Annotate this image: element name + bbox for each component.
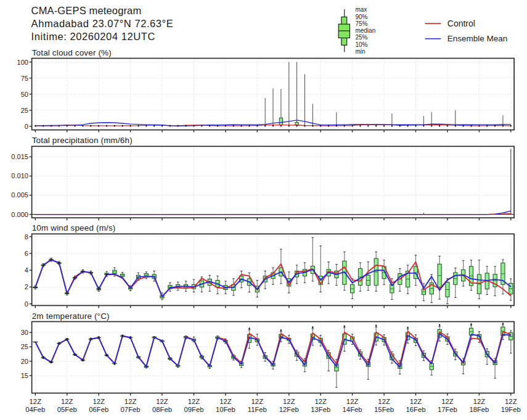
svg-text:50: 50: [21, 91, 28, 98]
svg-text:10Feb: 10Feb: [216, 406, 235, 413]
svg-text:0: 0: [25, 300, 28, 308]
svg-text:12Z: 12Z: [188, 398, 200, 405]
svg-text:Initime: 20260204 12UTC: Initime: 20260204 12UTC: [31, 31, 155, 42]
svg-text:30: 30: [21, 329, 28, 336]
svg-text:90%: 90%: [355, 14, 367, 20]
svg-text:6: 6: [25, 250, 28, 257]
svg-text:12Z: 12Z: [441, 398, 454, 405]
svg-text:12Z: 12Z: [410, 398, 422, 405]
svg-text:75%: 75%: [355, 20, 367, 27]
svg-text:12Z: 12Z: [505, 398, 517, 405]
svg-text:12Z: 12Z: [283, 398, 295, 405]
svg-text:12Z: 12Z: [346, 398, 359, 405]
svg-text:14Feb: 14Feb: [343, 406, 362, 413]
svg-text:07Feb: 07Feb: [121, 406, 141, 413]
svg-text:0.005: 0.005: [11, 191, 28, 199]
svg-text:12Z: 12Z: [156, 398, 168, 405]
svg-text:11Feb: 11Feb: [248, 406, 267, 413]
svg-text:12Z: 12Z: [61, 398, 73, 405]
svg-text:12Z: 12Z: [30, 398, 42, 405]
svg-text:10%: 10%: [355, 41, 367, 48]
svg-text:max: max: [355, 6, 367, 13]
svg-text:0.010: 0.010: [11, 172, 28, 179]
svg-text:12Z: 12Z: [125, 398, 137, 405]
svg-text:100: 100: [17, 59, 28, 66]
svg-text:15: 15: [21, 372, 28, 379]
svg-text:18Feb: 18Feb: [469, 406, 489, 413]
svg-text:13Feb: 13Feb: [311, 406, 330, 413]
svg-text:19Feb: 19Feb: [501, 406, 521, 413]
svg-text:05Feb: 05Feb: [57, 406, 77, 413]
svg-text:Total precipitation (mm/6h): Total precipitation (mm/6h): [32, 136, 133, 145]
svg-text:min: min: [355, 48, 365, 55]
svg-text:Total cloud cover (%): Total cloud cover (%): [32, 48, 112, 57]
svg-text:median: median: [355, 27, 375, 34]
svg-text:12Feb: 12Feb: [279, 406, 299, 413]
svg-text:09Feb: 09Feb: [184, 406, 203, 413]
svg-text:75: 75: [21, 75, 28, 82]
svg-text:25: 25: [21, 107, 28, 114]
svg-text:12Z: 12Z: [251, 398, 264, 405]
svg-text:25%: 25%: [355, 34, 367, 41]
svg-text:0.000: 0.000: [11, 211, 28, 218]
svg-text:17Feb: 17Feb: [438, 406, 457, 413]
svg-text:Ensemble Mean: Ensemble Mean: [447, 34, 508, 43]
svg-text:08Feb: 08Feb: [152, 406, 172, 413]
svg-text:16Feb: 16Feb: [406, 406, 425, 413]
svg-text:0.015: 0.015: [11, 153, 28, 160]
svg-text:12Z: 12Z: [219, 398, 232, 405]
svg-text:12Z: 12Z: [92, 398, 105, 405]
svg-text:Control: Control: [447, 19, 475, 28]
svg-text:0: 0: [25, 123, 28, 130]
svg-text:12Z: 12Z: [314, 398, 327, 405]
svg-text:25: 25: [21, 343, 28, 350]
svg-text:12Z: 12Z: [473, 398, 486, 405]
svg-text:06Feb: 06Feb: [89, 406, 108, 413]
svg-text:4: 4: [25, 266, 28, 274]
svg-text:CMA-GEPS meteogram: CMA-GEPS meteogram: [31, 5, 142, 16]
svg-text:Ahmadabad 23.07°N 72.63°E: Ahmadabad 23.07°N 72.63°E: [31, 18, 174, 29]
svg-text:04Feb: 04Feb: [25, 406, 45, 413]
svg-text:12Z: 12Z: [378, 398, 390, 405]
svg-text:10m wind speed (m/s): 10m wind speed (m/s): [32, 223, 116, 233]
svg-text:20: 20: [21, 358, 28, 365]
svg-text:2: 2: [25, 283, 28, 290]
svg-text:2m temperature (°C): 2m temperature (°C): [32, 311, 110, 321]
svg-text:8: 8: [25, 233, 28, 241]
svg-text:15Feb: 15Feb: [374, 406, 394, 413]
